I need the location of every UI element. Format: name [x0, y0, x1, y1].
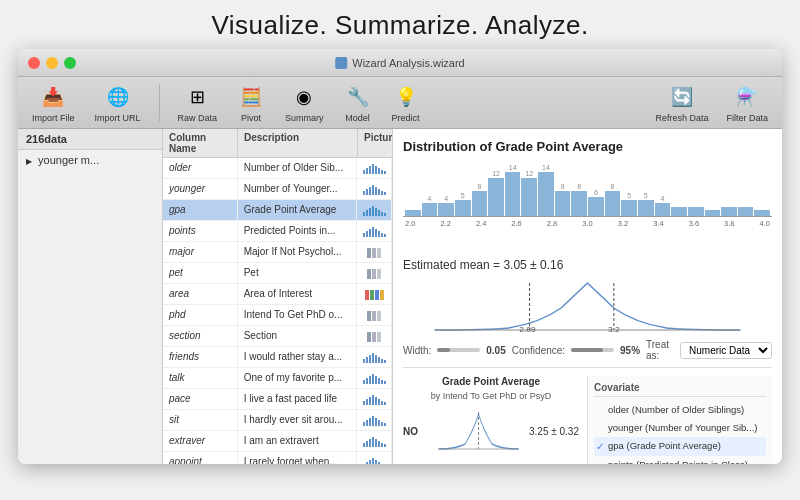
- table-row[interactable]: petPet: [163, 263, 392, 284]
- covariate-items: older (Number of Older Siblings)younger …: [594, 401, 766, 464]
- table-row[interactable]: olderNumber of Older Sib...: [163, 158, 392, 179]
- cell-pic: [357, 368, 392, 388]
- predict-icon: 💡: [392, 83, 420, 111]
- cell-pic: [357, 347, 392, 367]
- table-body: olderNumber of Older Sib...youngerNumber…: [163, 158, 392, 464]
- cell-name: gpa: [163, 200, 238, 220]
- raw-data-button[interactable]: ⊞ Raw Data: [172, 81, 224, 125]
- estimated-mean: Estimated mean = 3.05 ± 0.16: [403, 258, 772, 272]
- table-row[interactable]: phdIntend To Get PhD o...: [163, 305, 392, 326]
- covariate-item[interactable]: points (Predicted Points in Class): [594, 456, 766, 464]
- dist-bar-item: 8: [555, 183, 571, 216]
- cell-desc: I rarely forget when...: [238, 452, 357, 464]
- svg-text:2.89: 2.89: [519, 325, 536, 333]
- cell-pic: [357, 284, 392, 304]
- dist-bar-item: [671, 206, 687, 216]
- table-row[interactable]: areaArea of Interest: [163, 284, 392, 305]
- cell-pic: [357, 221, 392, 241]
- window-title: Wizard Analysis.wizard: [335, 57, 464, 69]
- covariate-panel: Covariate older (Number of Older Sibling…: [587, 376, 772, 464]
- cell-pic: [357, 200, 392, 220]
- dist-bar-item: 12: [488, 170, 504, 216]
- title-bar: Wizard Analysis.wizard: [18, 49, 782, 77]
- sidebar-item-youngerm[interactable]: younger m...: [18, 150, 162, 172]
- group-comparison: Grade Point Average by Intend To Get PhD…: [403, 376, 772, 464]
- maximize-button[interactable]: [64, 57, 76, 69]
- table-row[interactable]: paceI live a fast paced life: [163, 389, 392, 410]
- refresh-data-button[interactable]: 🔄 Refresh Data: [649, 81, 714, 125]
- data-table: Column Name Description Picture olderNum…: [163, 129, 393, 464]
- covariate-item-label: older (Number of Older Siblings): [608, 403, 744, 417]
- filter-icon: ⚗️: [733, 83, 761, 111]
- dist-bars: 4458121412148868554: [403, 162, 772, 217]
- dist-bar-item: 4: [655, 195, 671, 216]
- cell-pic: [357, 431, 392, 451]
- toolbar: 📥 Import File 🌐 Import URL ⊞ Raw Data 🧮 …: [18, 77, 782, 129]
- cell-desc: Number of Older Sib...: [238, 158, 357, 178]
- cell-desc: Number of Younger...: [238, 179, 357, 199]
- covariate-item[interactable]: older (Number of Older Siblings): [594, 401, 766, 419]
- analysis-panel: Distribution of Grade Point Average 4458…: [393, 129, 782, 464]
- treat-as-select[interactable]: Numeric Data: [680, 342, 772, 359]
- predict-button[interactable]: 💡 Predict: [386, 81, 426, 125]
- cell-desc: Predicted Points in...: [238, 221, 357, 241]
- cell-name: area: [163, 284, 238, 304]
- table-row[interactable]: sitI hardly ever sit arou...: [163, 410, 392, 431]
- covariate-item-label: younger (Number of Younger Sib...): [608, 421, 757, 435]
- close-button[interactable]: [28, 57, 40, 69]
- confidence-value: 95%: [620, 345, 640, 356]
- dist-bar-item: [405, 209, 421, 216]
- toolbar-separator-1: [159, 84, 160, 122]
- cell-desc: One of my favorite p...: [238, 368, 357, 388]
- import-file-button[interactable]: 📥 Import File: [26, 81, 81, 125]
- col-header-desc: Description: [238, 129, 358, 157]
- model-button[interactable]: 🔧 Model: [338, 81, 378, 125]
- dist-axis-label: 4.0: [760, 219, 770, 228]
- dist-bar-item: 14: [538, 164, 554, 216]
- app-window: Wizard Analysis.wizard 📥 Import File 🌐 I…: [18, 49, 782, 464]
- dist-bar-item: [705, 209, 721, 216]
- covariate-item[interactable]: ✓gpa (Grade Point Average): [594, 437, 766, 456]
- table-row[interactable]: sectionSection: [163, 326, 392, 347]
- table-row[interactable]: pointsPredicted Points in...: [163, 221, 392, 242]
- width-slider[interactable]: [437, 348, 480, 352]
- distribution-chart: 4458121412148868554 2.02.22.42.62.83.03.…: [403, 162, 772, 252]
- dist-bar-item: 14: [505, 164, 521, 216]
- cell-name: extraver: [163, 431, 238, 451]
- cell-desc: Section: [238, 326, 357, 346]
- confidence-slider[interactable]: [571, 348, 614, 352]
- group-chart: Grade Point Average by Intend To Get PhD…: [403, 376, 579, 464]
- dist-bar-item: [754, 209, 770, 216]
- filter-data-button[interactable]: ⚗️ Filter Data: [720, 81, 774, 125]
- cell-name: points: [163, 221, 238, 241]
- summary-button[interactable]: ◉ Summary: [279, 81, 330, 125]
- cell-pic: [357, 326, 392, 346]
- cell-name: younger: [163, 179, 238, 199]
- sidebar-header: 216data: [18, 129, 162, 150]
- table-row[interactable]: gpaGrade Point Average: [163, 200, 392, 221]
- col-header-name: Column Name: [163, 129, 238, 157]
- pivot-button[interactable]: 🧮 Pivot: [231, 81, 271, 125]
- table-row[interactable]: talkOne of my favorite p...: [163, 368, 392, 389]
- minimize-button[interactable]: [46, 57, 58, 69]
- table-row[interactable]: appointI rarely forget when...: [163, 452, 392, 464]
- covariate-item-label: points (Predicted Points in Class): [608, 458, 748, 464]
- covariate-item[interactable]: younger (Number of Younger Sib...): [594, 419, 766, 437]
- dist-axis-label: 3.6: [689, 219, 699, 228]
- pivot-icon: 🧮: [237, 83, 265, 111]
- cell-name: appoint: [163, 452, 238, 464]
- table-row[interactable]: youngerNumber of Younger...: [163, 179, 392, 200]
- table-row[interactable]: friendsI would rather stay a...: [163, 347, 392, 368]
- table-row[interactable]: extraverI am an extravert: [163, 431, 392, 452]
- dist-axis-label: 2.0: [405, 219, 415, 228]
- sidebar: 216data younger m...: [18, 129, 163, 464]
- covariate-header: Covariate: [594, 382, 766, 397]
- group-stat-no: 3.25 ± 0.32: [529, 426, 579, 437]
- app-banner: Visualize. Summarize. Analyze.: [0, 0, 800, 49]
- table-row[interactable]: majorMajor If Not Psychol...: [163, 242, 392, 263]
- dist-axis-label: 3.4: [653, 219, 663, 228]
- cell-pic: [357, 242, 392, 262]
- analysis-title: Distribution of Grade Point Average: [403, 139, 772, 154]
- import-url-button[interactable]: 🌐 Import URL: [89, 81, 147, 125]
- group-row-no: NO 3.25 ± 0.32: [403, 409, 579, 454]
